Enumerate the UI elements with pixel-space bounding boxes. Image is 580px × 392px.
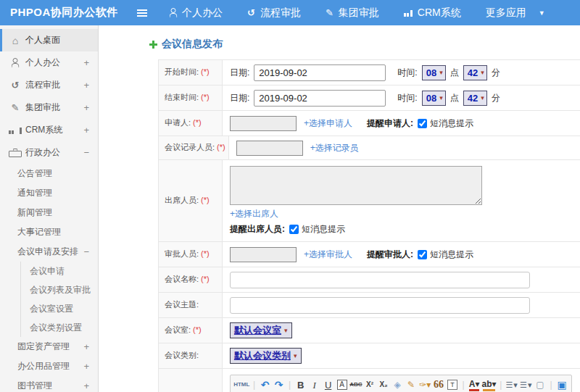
end-minute-select[interactable]: 42 xyxy=(463,91,487,106)
ordered-list-icon[interactable]: ☰▾ xyxy=(507,378,518,391)
sidebar-item-meeting-room-settings[interactable]: 会议室设置 xyxy=(20,299,98,318)
app-window: PHPOA协同办公软件 个人办公 流程审批 xyxy=(0,0,580,392)
expand-toggle-icon[interactable]: + xyxy=(83,361,89,372)
sidebar-item-personal-office[interactable]: 个人办公 + xyxy=(0,51,98,74)
subscript-icon[interactable]: X₂ xyxy=(378,378,389,391)
redo-icon[interactable]: ↷ xyxy=(274,378,284,391)
attendees-textarea[interactable] xyxy=(230,166,482,205)
select-caret-icon xyxy=(481,69,484,76)
sidebar-item-fixed-assets-mgmt[interactable]: 固定资产管理 + xyxy=(0,337,98,356)
choose-attendees-link[interactable]: +选择出席人 xyxy=(230,208,278,220)
clean-format-icon[interactable]: ✎ xyxy=(406,378,416,391)
end-hour-select[interactable]: 08 xyxy=(422,91,446,106)
meeting-name-input[interactable] xyxy=(230,272,530,288)
sidebar-item-announcement-mgmt[interactable]: 公告管理 xyxy=(0,164,98,183)
sidebar-item-icon xyxy=(9,80,22,91)
font-color-icon[interactable]: A▾ xyxy=(469,378,479,391)
add-icon xyxy=(149,41,157,49)
sidebar-item-office-supplies-mgmt[interactable]: 办公用品管理 + xyxy=(0,356,98,376)
meeting-room-select[interactable]: 默认会议室 xyxy=(230,322,292,338)
expand-toggle-icon[interactable]: + xyxy=(83,125,89,135)
recorder-input[interactable] xyxy=(236,141,303,156)
sidebar-item-label: 会议申请 xyxy=(30,265,65,277)
sidebar-item-meeting-category-settings[interactable]: 会议类别设置 xyxy=(20,318,98,337)
expand-toggle-icon[interactable]: + xyxy=(83,380,89,391)
end-date-input[interactable] xyxy=(254,90,386,107)
sidebar-item-meeting-apply-arrange[interactable]: 会议申请及安排 − xyxy=(0,242,98,262)
sms-notify-label: 短消息提示 xyxy=(302,223,345,235)
expand-toggle-icon[interactable]: + xyxy=(83,341,89,352)
required-marker: (*) xyxy=(201,67,210,78)
app-logo: PHPOA协同办公软件 xyxy=(0,6,128,20)
form-row-attendees: 出席人员: (*) +选择出席人 提醒出席人员: 短消息提示 xyxy=(159,160,580,242)
expand-toggle-icon[interactable]: + xyxy=(83,57,89,68)
form-row-applicant: 申请人: (*) +选择申请人 提醒申请人: 短消息提示 xyxy=(159,111,580,136)
approver-sms-checkbox[interactable] xyxy=(418,250,427,259)
sidebar-item-library-mgmt[interactable]: 图书管理 + xyxy=(0,376,98,392)
paste-text-icon[interactable]: T xyxy=(447,380,457,390)
sidebar-item-notice-mgmt[interactable]: 通知管理 xyxy=(0,183,98,203)
approver-input[interactable] xyxy=(230,247,297,262)
remind-attendees-label: 提醒出席人员: xyxy=(230,223,285,235)
expand-toggle-icon[interactable]: − xyxy=(83,147,89,158)
separator-icon: | xyxy=(499,378,503,391)
italic-icon[interactable]: I xyxy=(310,378,320,391)
sidebar-item-crm-system[interactable]: CRM系统 + xyxy=(0,119,98,141)
choose-approver-link[interactable]: +选择审批人 xyxy=(304,249,352,261)
undo-icon[interactable]: ↶ xyxy=(260,378,270,391)
required-marker: (*) xyxy=(217,142,225,153)
choose-applicant-link[interactable]: +选择申请人 xyxy=(304,117,352,130)
start-date-input[interactable] xyxy=(254,64,386,81)
sidebar-item-label: 大事记管理 xyxy=(17,226,61,238)
sidebar-item-label: 流程审批 xyxy=(25,79,60,91)
applicant-sms-checkbox[interactable] xyxy=(418,119,427,128)
new-page-icon[interactable]: ▢ xyxy=(535,378,545,391)
font-style-box-icon[interactable]: A xyxy=(337,380,347,390)
start-hour-select[interactable]: 08 xyxy=(422,65,446,80)
sidebar-item-meeting-apply[interactable]: 会议申请 xyxy=(20,262,98,280)
nav-group-approval[interactable]: 集团审批 xyxy=(313,0,392,25)
sidebar-item-admin-office[interactable]: 行政办公 − xyxy=(0,141,98,164)
select-caret-icon xyxy=(294,352,297,359)
highlight-color-icon[interactable]: ab▾ xyxy=(483,378,495,391)
expand-toggle-icon[interactable]: + xyxy=(83,80,89,91)
end-time-label: 结束时间: xyxy=(165,92,199,103)
date-label: 日期: xyxy=(230,67,249,79)
superscript-icon[interactable]: X² xyxy=(365,378,375,391)
fullscreen-icon[interactable]: ▣ xyxy=(557,378,567,391)
start-minute-select[interactable]: 42 xyxy=(463,65,487,80)
sidebar-item-icon xyxy=(9,151,22,157)
nav-personal-office[interactable]: 个人办公 xyxy=(157,0,235,25)
sms-notify-label: 短消息提示 xyxy=(430,117,473,130)
form-row-start-time: 开始时间: (*) 日期: 时间: 08 点 42 xyxy=(159,60,580,86)
hamburger-menu-button[interactable] xyxy=(128,9,157,17)
sidebar-item-personal-desktop[interactable]: 个人桌面 xyxy=(0,29,98,51)
remind-approver-label: 提醒审批人: xyxy=(367,249,413,261)
bullet-list-icon[interactable]: ☰▾ xyxy=(521,378,531,391)
applicant-input[interactable] xyxy=(230,116,297,131)
format-painter-icon[interactable]: ✑▾ xyxy=(420,378,430,391)
sidebar-item-process-approval[interactable]: 流程审批 + xyxy=(0,74,98,96)
sidebar-item-meeting-list-approval[interactable]: 会议列表及审批 xyxy=(20,280,98,299)
underline-icon[interactable]: U xyxy=(323,378,334,391)
nav-process-approval[interactable]: 流程审批 xyxy=(235,0,313,25)
blockquote-icon[interactable]: 66 xyxy=(434,378,444,391)
nav-item-icon xyxy=(326,8,334,17)
separator-icon: | xyxy=(252,378,257,391)
choose-recorder-link[interactable]: +选择记录员 xyxy=(310,142,359,154)
nav-more-apps[interactable]: 更多应用 xyxy=(473,0,558,25)
sidebar-item-memorabilia-mgmt[interactable]: 大事记管理 xyxy=(0,222,98,242)
sidebar-item-news-mgmt[interactable]: 新闻管理 xyxy=(0,203,98,222)
nav-crm-system[interactable]: CRM系统 xyxy=(392,0,473,25)
expand-toggle-icon[interactable]: − xyxy=(83,246,89,257)
attendees-sms-checkbox[interactable] xyxy=(289,225,299,234)
eraser-icon[interactable]: ◈ xyxy=(392,378,402,391)
expand-toggle-icon[interactable]: + xyxy=(83,102,89,113)
meeting-subject-input[interactable] xyxy=(230,297,530,314)
meeting-category-select[interactable]: 默认会议类别 xyxy=(230,348,302,364)
sidebar-item-group-approval[interactable]: 集团审批 + xyxy=(0,96,98,119)
strikethrough-icon[interactable]: ABC xyxy=(351,378,362,391)
bold-icon[interactable]: B xyxy=(296,378,306,391)
html-source-icon[interactable]: HTML xyxy=(235,378,249,391)
form-row-end-time: 结束时间: (*) 日期: 时间: 08 点 42 xyxy=(159,86,580,111)
